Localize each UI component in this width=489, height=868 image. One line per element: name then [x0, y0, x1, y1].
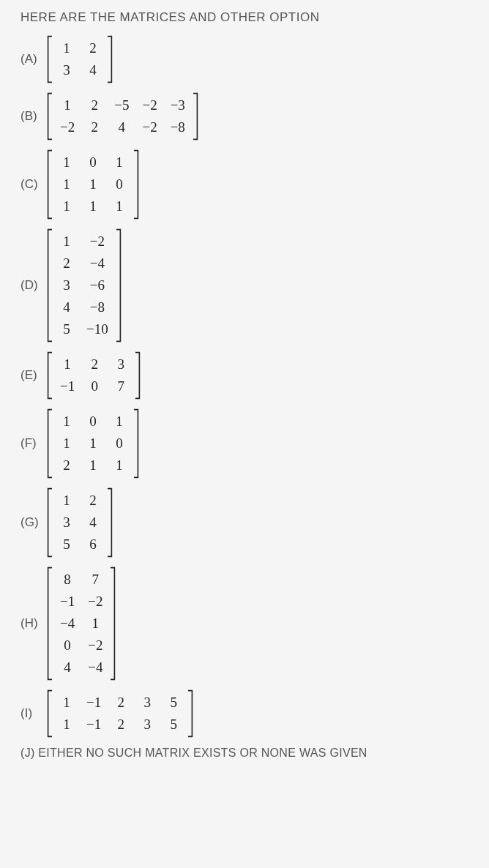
matrix-cell: 1 [113, 457, 126, 474]
matrix-cell: 1 [113, 154, 126, 171]
option-item: (F)101110211 [20, 408, 469, 479]
option-label: (H) [20, 616, 40, 631]
matrix-cell: 2 [114, 695, 127, 711]
matrix-cell: −1 [86, 717, 101, 733]
matrix-grid: 1−22−43−64−85−10 [54, 232, 114, 339]
matrix-cell: 7 [114, 378, 127, 394]
matrix-cell: −8 [171, 119, 185, 135]
matrix-cell: 1 [86, 435, 100, 452]
matrix-cell: 4 [114, 119, 129, 135]
matrix-cell: 1 [60, 414, 73, 430]
option-item: (G)123456 [20, 487, 469, 558]
matrix-grid: 123−107 [54, 355, 133, 396]
matrix-grid: 1−12351−1235 [54, 693, 186, 734]
option-label: (F) [20, 436, 40, 451]
right-bracket-icon [133, 351, 141, 400]
left-bracket-icon [47, 228, 54, 343]
option-item: (B)12−5−2−3−224−2−8 [20, 92, 469, 141]
matrix-cell: 0 [88, 378, 101, 394]
matrix-cell: 1 [60, 233, 73, 250]
matrix-grid: 101110211 [54, 412, 132, 475]
right-bracket-icon [105, 487, 113, 558]
matrix-grid: 12−5−2−3−224−2−8 [54, 96, 191, 137]
matrix: 1−12351−1235 [47, 689, 193, 738]
right-bracket-icon [191, 92, 198, 141]
matrix-cell: 1 [86, 176, 100, 192]
option-j-text: (J) EITHER NO SUCH MATRIX EXISTS OR NONE… [20, 747, 469, 760]
matrix-grid: 101110111 [54, 153, 132, 216]
matrix-cell: 1 [60, 154, 73, 171]
matrix-cell: −3 [171, 97, 185, 113]
option-label: (I) [20, 706, 40, 721]
matrix-cell: 1 [86, 457, 100, 474]
matrix: 123−107 [47, 351, 141, 400]
left-bracket-icon [47, 149, 54, 220]
page-heading: HERE ARE THE MATRICES AND OTHER OPTION [20, 10, 469, 25]
matrix-cell: −2 [88, 594, 102, 610]
right-bracket-icon [114, 228, 122, 343]
right-bracket-icon [108, 566, 116, 681]
matrix-cell: −4 [88, 659, 102, 676]
matrix-cell: −2 [86, 233, 108, 250]
option-label: (E) [20, 368, 40, 383]
matrix-cell: 1 [60, 356, 75, 373]
matrix-cell: −1 [86, 695, 101, 711]
matrix: 12−5−2−3−224−2−8 [47, 92, 198, 141]
matrix-cell: 4 [60, 299, 73, 315]
right-bracket-icon [105, 35, 113, 83]
matrix: 101110211 [47, 408, 139, 479]
option-item: (I)1−12351−1235 [20, 689, 469, 738]
left-bracket-icon [47, 689, 54, 738]
matrix-cell: 0 [86, 414, 100, 430]
matrix-cell: 1 [86, 198, 100, 214]
matrix-cell: −2 [88, 637, 102, 654]
matrix-grid: 123456 [54, 491, 105, 554]
matrix: 87−1−2−410−24−4 [47, 566, 116, 681]
right-bracket-icon [132, 149, 139, 220]
matrix-cell: 1 [60, 717, 73, 733]
option-label: (A) [20, 52, 40, 67]
left-bracket-icon [47, 566, 54, 681]
matrix-grid: 87−1−2−410−24−4 [54, 570, 108, 677]
matrix-cell: 0 [60, 637, 75, 654]
matrix-cell: 1 [88, 616, 102, 632]
matrix-cell: 0 [113, 176, 126, 192]
matrix: 1−22−43−64−85−10 [47, 228, 122, 343]
matrix-cell: −5 [114, 97, 129, 113]
matrix-cell: −6 [86, 277, 108, 293]
matrix-cell: 1 [60, 97, 75, 113]
matrix-cell: 4 [60, 659, 75, 676]
matrix-cell: 3 [60, 515, 73, 531]
matrix-cell: 1 [113, 198, 126, 214]
matrix-cell: 3 [141, 717, 154, 733]
matrix-cell: −1 [60, 594, 75, 610]
matrix-cell: −2 [60, 119, 75, 135]
option-label: (D) [20, 278, 40, 293]
matrix-cell: 0 [86, 154, 100, 171]
matrix-cell: 2 [114, 717, 127, 733]
matrix-cell: 1 [60, 493, 73, 509]
option-item: (D)1−22−43−64−85−10 [20, 228, 469, 343]
right-bracket-icon [132, 408, 139, 479]
matrix-cell: 2 [60, 457, 73, 474]
matrix-cell: −8 [86, 299, 108, 315]
option-item: (E)123−107 [20, 351, 469, 400]
matrix-cell: −10 [86, 321, 108, 337]
matrix-cell: 5 [167, 717, 180, 733]
matrix-cell: 2 [88, 356, 101, 373]
option-item: (C)101110111 [20, 149, 469, 220]
matrix-cell: 1 [60, 695, 73, 711]
option-label: (B) [20, 109, 40, 124]
matrix-cell: −2 [142, 119, 157, 135]
matrix-cell: 8 [60, 572, 75, 588]
matrix-cell: 3 [114, 356, 127, 373]
matrix-cell: 0 [113, 435, 126, 452]
option-item: (A)1234 [20, 35, 469, 83]
matrix-cell: 4 [86, 62, 100, 78]
matrix-cell: −2 [142, 97, 157, 113]
option-item: (H)87−1−2−410−24−4 [20, 566, 469, 681]
option-label: (G) [20, 515, 40, 530]
option-label: (C) [20, 177, 40, 192]
right-bracket-icon [186, 689, 193, 738]
matrix-cell: −4 [86, 255, 108, 272]
